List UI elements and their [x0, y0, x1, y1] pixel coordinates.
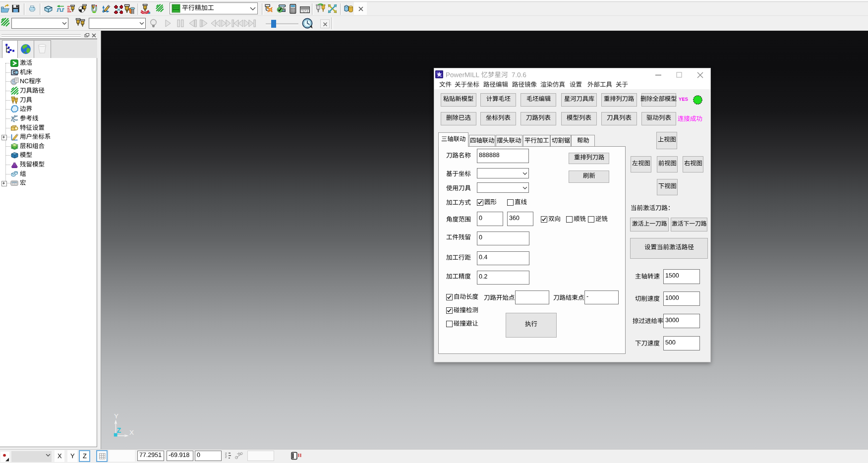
svg-text:Y: Y — [114, 412, 118, 420]
svg-text:Z: Z — [117, 426, 121, 434]
svg-text:X: X — [129, 429, 134, 436]
